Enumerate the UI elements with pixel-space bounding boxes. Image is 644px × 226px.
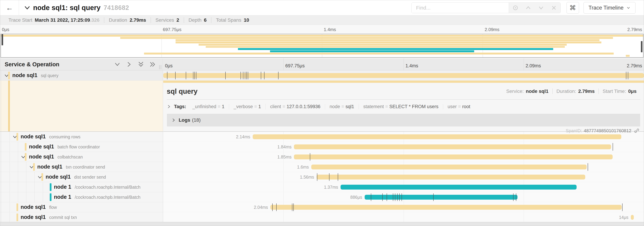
span-duration-bar[interactable] [631,215,634,220]
indent-guide [1,202,2,212]
expand-all-icon[interactable] [150,61,156,68]
prev-match-icon[interactable] [525,4,532,11]
span-log-tick[interactable] [613,143,613,151]
span-tree-row[interactable]: node sql1dist sender send [0,172,163,182]
timeline-span-row[interactable]: 886μs [163,192,644,202]
span-log-tick[interactable] [395,193,395,201]
tag-pair[interactable]: user=root [443,104,475,109]
span-log-tick[interactable] [402,193,402,201]
span-log-tick[interactable] [310,153,310,161]
span-log-tick[interactable] [329,173,330,181]
span-log-tick[interactable] [240,72,241,79]
next-match-icon[interactable] [538,4,544,11]
timeline-span-row[interactable]: 1.84ms [163,142,644,152]
span-log-tick[interactable] [194,72,195,79]
indent-guide [10,202,10,212]
collapse-one-icon[interactable] [114,61,120,68]
span-log-tick[interactable] [248,72,248,79]
span-duration-bar[interactable] [270,205,622,210]
minimap-left-drag-handle[interactable] [2,34,3,45]
span-tree-row[interactable]: node 1/cockroach.roachpb.Internal/Batch [0,192,163,202]
trace-view-selector[interactable]: Trace Timeline [584,2,636,14]
tag-pair[interactable]: _verbose=1 [229,104,266,109]
span-duration-bar[interactable] [253,134,621,139]
span-log-tick[interactable] [338,173,338,181]
span-duration-bar[interactable] [311,164,587,169]
span-log-tick[interactable] [588,163,588,171]
back-button[interactable]: ← [0,0,19,15]
span-duration-bar[interactable] [294,144,611,149]
minimap-canvas[interactable] [0,34,644,58]
span-tree-row[interactable]: node sql1sql query [0,71,163,81]
collapse-all-icon[interactable] [138,61,144,68]
focus-match-icon[interactable] [512,4,519,11]
span-log-tick[interactable] [393,193,393,201]
stat-label: Total Spans [216,17,241,23]
span-log-tick[interactable] [397,193,398,201]
span-log-tick[interactable] [628,72,628,79]
span-tree-row[interactable]: node sql1consuming rows [0,132,163,142]
span-log-tick[interactable] [626,72,626,79]
span-log-tick[interactable] [186,72,186,79]
span-log-tick[interactable] [246,72,247,79]
span-log-tick[interactable] [382,193,383,201]
span-log-tick[interactable] [399,193,400,201]
span-tree-row[interactable]: node sql1commit sql txn [0,212,163,222]
span-tree-column: Service & Operation || node sql1sql quer… [0,58,163,226]
span-log-tick[interactable] [516,193,516,201]
span-duration-bar[interactable] [294,154,612,159]
span-tree-row[interactable]: node sql1txn coordinator send [0,162,163,172]
clear-find-icon[interactable] [550,4,557,11]
span-tree-row[interactable]: node sql1batch flow coordinator [0,142,163,152]
span-log-tick[interactable] [294,203,294,211]
span-tree-row[interactable]: node 1/cockroach.roachpb.Internal/Batch [0,182,163,192]
span-log-tick[interactable] [433,193,434,201]
timeline-span-row[interactable]: 1.6ms [163,162,644,172]
span-log-tick[interactable] [225,72,226,79]
timeline-span-row[interactable]: 14μs [163,212,644,222]
deep-link-icon[interactable] [634,128,640,134]
span-log-tick[interactable] [622,203,622,211]
span-log-tick[interactable] [513,193,514,201]
find-input[interactable] [412,3,509,13]
span-log-tick[interactable] [278,72,278,79]
timeline-span-row[interactable] [163,71,644,81]
span-tree-row[interactable]: node sql1flow [0,202,163,212]
tags-accordion[interactable]: Tags:_unfinished=1_verbose=1client=127.0… [167,101,640,112]
tag-pair[interactable]: client=127.0.0.1:59936 [266,104,325,109]
expand-one-icon[interactable] [126,61,132,68]
span-log-tick[interactable] [264,72,264,79]
span-log-tick[interactable] [196,72,196,79]
span-log-tick[interactable] [272,203,272,211]
span-duration-bar[interactable] [317,175,585,179]
span-log-tick[interactable] [261,72,261,79]
span-log-tick[interactable] [292,203,292,211]
span-log-tick[interactable] [276,203,276,211]
column-resizer-grip[interactable]: || [159,64,162,70]
timeline-span-row[interactable]: 1.56ms [163,172,644,182]
span-duration-bar[interactable] [365,195,518,200]
span-log-tick[interactable] [245,72,245,79]
span-log-tick[interactable] [175,72,176,79]
span-log-tick[interactable] [193,72,194,79]
tag-pair[interactable]: node=sql1 [325,104,358,109]
span-tree-row[interactable]: node sql1colbatchscan [0,152,163,162]
span-log-tick[interactable] [387,193,387,201]
bottom-scroll-strip[interactable] [0,222,644,226]
timeline-span-row[interactable]: 1.85ms [163,152,644,162]
timeline-span-row[interactable]: 2.04ms [163,202,644,212]
span-log-tick[interactable] [243,72,243,79]
logs-accordion[interactable]: Logs(18) [167,114,640,126]
minimap-right-drag-handle[interactable] [641,41,642,52]
span-log-tick[interactable] [317,173,317,181]
keyboard-shortcuts-button[interactable]: ⌘ [566,2,579,14]
tag-pair[interactable]: _unfinished=1 [188,104,229,109]
timeline-span-row[interactable]: 1.37ms [163,182,644,192]
span-log-tick[interactable] [371,193,371,201]
span-log-tick[interactable] [167,72,168,79]
minimap-axis-tick: 0μs [2,27,9,32]
tag-pair[interactable]: statement=SELECT * FROM users [358,104,443,109]
span-duration-bar[interactable] [163,73,644,78]
span-duration-bar[interactable] [340,185,576,189]
collapse-trace-chevron-icon[interactable] [24,4,31,11]
